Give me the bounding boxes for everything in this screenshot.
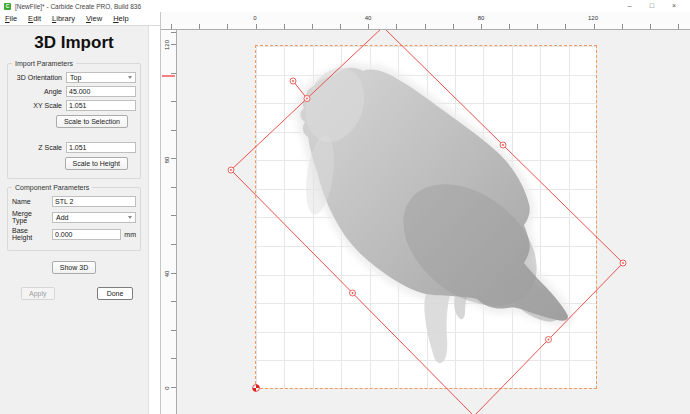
window-title: [NewFile]* - Carbide Create PRO, Build 8… — [15, 3, 141, 10]
heightmap-image[interactable] — [296, 60, 568, 363]
base-height-label: Base Height — [12, 227, 52, 241]
xy-scale-input[interactable] — [66, 100, 136, 111]
xy-scale-label: XY Scale — [12, 102, 66, 109]
scale-to-height-button[interactable]: Scale to Height — [65, 157, 128, 170]
close-button[interactable]: × — [672, 0, 676, 12]
show-3d-button[interactable]: Show 3D — [52, 261, 96, 274]
window-controls: – □ × — [628, 0, 690, 12]
vertical-ruler: 120 80 40 0 — [161, 30, 177, 414]
menu-library[interactable]: Library — [52, 14, 75, 23]
application-window: C [NewFile]* - Carbide Create PRO, Build… — [0, 0, 690, 414]
ruler-y-label: 0 — [162, 377, 172, 399]
ruler-x-label: 120 — [588, 15, 598, 21]
sidebar-scrollbar-track[interactable] — [148, 26, 160, 414]
scale-to-selection-button[interactable]: Scale to Selection — [56, 115, 128, 128]
done-button[interactable]: Done — [97, 287, 133, 300]
ruler-x-label: 80 — [478, 15, 485, 21]
base-height-input[interactable] — [52, 229, 121, 240]
import-parameters-legend: Import Parameters — [12, 60, 76, 67]
maximize-button[interactable]: □ — [650, 0, 654, 12]
name-input[interactable] — [52, 196, 136, 207]
design-canvas[interactable] — [177, 30, 690, 414]
orientation-value: Top — [70, 74, 81, 81]
vertical-ruler-ticks — [171, 30, 176, 414]
base-height-unit: mm — [124, 231, 136, 238]
ruler-x-label: 40 — [365, 15, 372, 21]
minimize-button[interactable]: – — [628, 0, 632, 12]
ruler-cursor-marker — [162, 75, 175, 77]
ruler-y-label: 80 — [162, 149, 172, 171]
component-parameters-group: Component Parameters Name Merge Type Add… — [7, 187, 141, 251]
orientation-select[interactable]: Top — [66, 72, 136, 83]
action-row: Apply Done — [7, 287, 141, 300]
origin-marker[interactable] — [253, 385, 260, 392]
horizontal-ruler: 0 40 80 120 — [161, 12, 690, 30]
menu-help[interactable]: Help — [113, 14, 128, 23]
menu-view[interactable]: View — [86, 14, 102, 23]
chevron-down-icon — [128, 216, 132, 219]
canvas-overlay — [177, 30, 690, 414]
chevron-down-icon — [128, 76, 132, 79]
ruler-y-label: 40 — [162, 263, 172, 285]
angle-label: Angle — [12, 88, 66, 95]
merge-type-value: Add — [56, 214, 68, 221]
app-icon: C — [4, 3, 11, 10]
import-parameters-group: Import Parameters 3D Orientation Top Ang… — [7, 63, 141, 179]
menu-edit[interactable]: Edit — [28, 14, 41, 23]
component-parameters-legend: Component Parameters — [12, 184, 92, 191]
menu-file[interactable]: File — [5, 14, 17, 23]
merge-type-label: Merge Type — [12, 210, 52, 224]
name-label: Name — [12, 198, 52, 205]
horizontal-ruler-ticks — [161, 24, 690, 29]
orientation-label: 3D Orientation — [12, 74, 66, 81]
sidebar-3d-import: 3D Import Import Parameters 3D Orientati… — [0, 26, 148, 414]
z-scale-label: Z Scale — [12, 144, 66, 151]
z-scale-input[interactable] — [66, 142, 136, 153]
ruler-x-label: 0 — [253, 15, 256, 21]
merge-type-select[interactable]: Add — [52, 212, 136, 223]
apply-button[interactable]: Apply — [21, 287, 55, 300]
menu-bar: File Edit Library View Help — [0, 12, 160, 26]
page-title: 3D Import — [7, 33, 141, 53]
ruler-y-label: 120 — [162, 34, 172, 56]
angle-input[interactable] — [66, 86, 136, 97]
